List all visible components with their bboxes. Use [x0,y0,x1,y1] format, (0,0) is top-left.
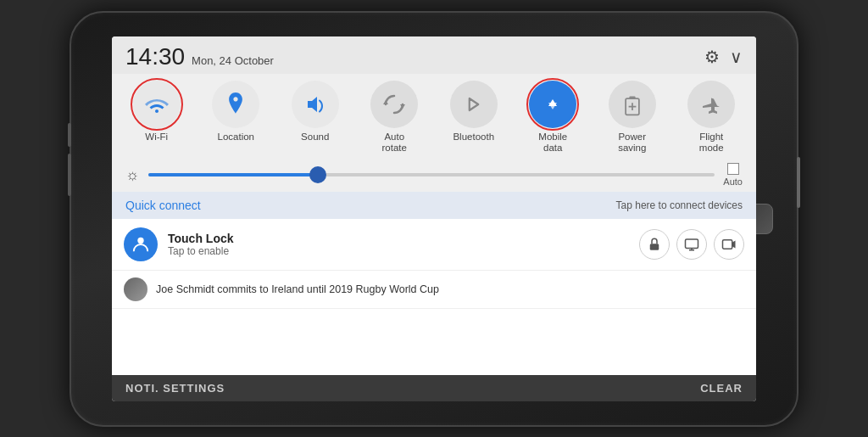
notification-area: Touch Lock Tap to enable [112,219,756,374]
quick-connect-bar[interactable]: Quick connect Tap here to connect device… [112,192,756,219]
quick-toggles-row: Wi-Fi Location [112,74,756,160]
bluetooth-icon [465,92,482,116]
news-item[interactable]: Joe Schmidt commits to Ireland until 201… [112,271,756,309]
bluetooth-label: Bluetooth [453,132,494,143]
volume-down-btn[interactable] [68,154,71,196]
toggle-auto-rotate[interactable]: Autorotate [357,81,431,155]
sound-label: Sound [301,132,329,143]
screen-icon [684,237,699,252]
clear-button[interactable]: CLEAR [700,382,743,395]
date: Mon, 24 October [192,54,274,67]
toggle-bluetooth[interactable]: Bluetooth [437,81,511,143]
auto-brightness-checkbox[interactable] [727,163,739,175]
bottom-bar: NOTI. SETTINGS CLEAR [112,375,756,401]
bluetooth-circle [450,81,498,128]
svg-marker-0 [308,97,317,112]
power-saving-icon [622,92,643,116]
volume-up-btn[interactable] [68,123,71,147]
auto-brightness-label: Auto [723,163,743,187]
wifi-label: Wi-Fi [145,132,168,143]
power-saving-circle [609,81,656,128]
svg-point-7 [137,238,143,244]
time-date: 14:30 Mon, 24 October [125,43,274,70]
settings-icon[interactable]: ⚙ [704,47,720,67]
person-icon [131,235,150,254]
news-text: Joe Schmidt commits to Ireland until 201… [156,283,439,295]
power-saving-label: Powersaving [618,132,646,155]
wifi-circle-wrapper [133,81,181,128]
touch-lock-subtitle: Tap to enable [168,245,629,257]
mobile-data-circle [529,81,576,128]
toggle-flight-mode[interactable]: Flightmode [674,81,748,155]
news-source-icon [124,277,147,301]
brightness-fill [148,173,319,176]
tap-connect-label: Tap here to connect devices [616,199,743,211]
video-action-btn[interactable] [714,229,744,260]
toggle-power-saving[interactable]: Powersaving [595,81,670,155]
brightness-icon: ☼ [125,166,140,184]
flight-mode-label: Flightmode [699,132,724,155]
toggle-wifi[interactable]: Wi-Fi [120,81,194,143]
sound-icon [303,92,327,116]
bluetooth-circle-wrapper [450,81,498,128]
touch-lock-icon [124,227,158,261]
brightness-row: ☼ Auto [112,160,756,192]
svg-rect-4 [629,96,635,99]
auto-rotate-circle [370,81,418,128]
auto-rotate-icon [383,93,405,115]
screen: 14:30 Mon, 24 October ⚙ ∨ [112,36,756,401]
phone-outer: SAMSUNG 14:30 Mon, 24 October ⚙ ∨ [70,11,798,427]
toggle-sound[interactable]: Sound [278,81,353,143]
toggle-mobile-data[interactable]: Mobiledata [515,81,590,155]
location-label: Location [218,132,254,143]
auto-rotate-label: Autorotate [382,132,407,155]
noti-settings-button[interactable]: NOTI. SETTINGS [125,382,225,395]
status-bar: 14:30 Mon, 24 October ⚙ ∨ [112,36,756,74]
power-button[interactable] [797,157,800,208]
brightness-thumb[interactable] [309,166,326,183]
wifi-icon [145,92,169,116]
touch-lock-actions [639,229,744,260]
location-circle-wrapper [212,81,259,128]
mobile-data-icon [541,92,565,116]
clock: 14:30 [125,43,185,70]
quick-connect-label: Quick connect [125,199,201,212]
side-buttons-left [68,123,71,196]
flight-mode-circle-wrapper [687,81,735,128]
sound-circle [292,81,339,128]
power-saving-circle-wrapper [609,81,656,128]
lock-icon [647,237,662,252]
status-icons: ⚙ ∨ [704,47,743,67]
collapse-icon[interactable]: ∨ [730,47,743,67]
screen-action-btn[interactable] [676,229,707,260]
svg-rect-12 [723,240,732,249]
mobile-data-circle-wrapper [529,81,576,128]
flight-mode-circle [687,81,735,128]
lock-action-btn[interactable] [639,229,670,260]
notification-touch-lock[interactable]: Touch Lock Tap to enable [112,219,756,271]
video-icon [721,237,737,252]
wifi-circle [133,81,181,128]
auto-rotate-circle-wrapper [370,81,418,128]
sound-circle-wrapper [292,81,339,128]
notification-shade: 14:30 Mon, 24 October ⚙ ∨ [112,36,756,401]
location-icon [225,92,247,116]
touch-lock-title: Touch Lock [168,232,629,245]
brightness-track[interactable] [148,173,715,176]
auto-text: Auto [723,176,743,187]
flight-mode-icon [699,92,723,116]
location-circle [212,81,259,128]
svg-rect-8 [650,244,659,250]
toggle-location[interactable]: Location [198,81,273,143]
mobile-data-label: Mobiledata [538,132,567,155]
svg-rect-9 [686,239,698,249]
touch-lock-text: Touch Lock Tap to enable [168,232,629,257]
